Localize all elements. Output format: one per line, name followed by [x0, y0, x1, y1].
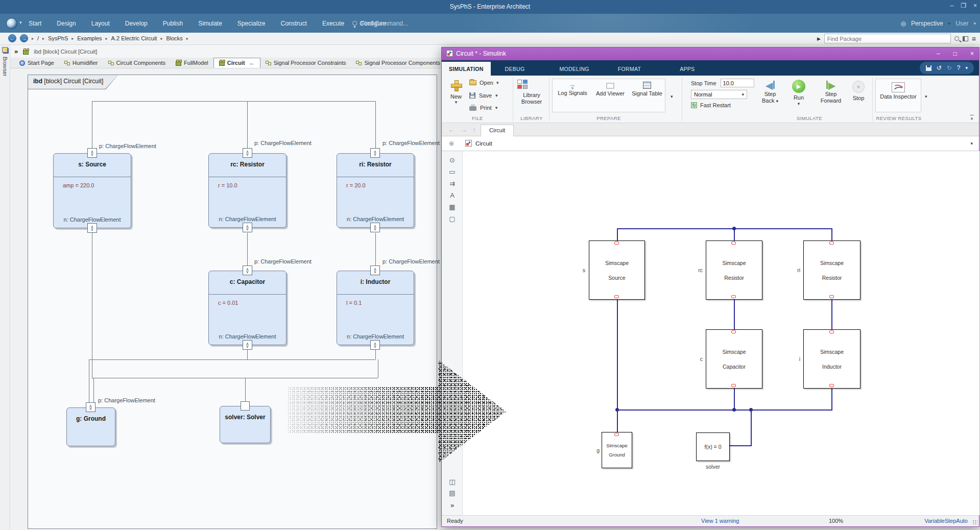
quick-save-icon[interactable] [926, 65, 931, 71]
ribbon-tab-apps[interactable]: APPS [673, 62, 702, 76]
menu-design[interactable]: Design [57, 20, 76, 27]
perspective-menu[interactable]: Perspective [911, 20, 943, 27]
stop-time-input[interactable] [721, 79, 754, 87]
block-rc-resistor[interactable]: Simscape Resistor [706, 240, 762, 300]
breadcrumb-scope-icon[interactable]: ⊕ [449, 140, 454, 147]
toolbar-expand-icon[interactable]: ▶ [817, 36, 821, 41]
ea-restore-button[interactable]: ❐ [961, 2, 966, 9]
part-source[interactable]: s: Source amp = 220.0 n: ChargeFlowEleme… [53, 153, 131, 228]
port-solver[interactable] [241, 401, 250, 411]
menu-construct[interactable]: Construct [281, 20, 307, 27]
run-dropdown-icon[interactable]: ▾ [789, 101, 808, 106]
menu-specialize[interactable]: Specialize [237, 20, 266, 27]
fast-restart-toggle[interactable]: ↻ Fast Restart [691, 102, 731, 108]
capture-icon[interactable]: ◫ [442, 478, 463, 486]
block-inductor[interactable]: Simscape Inductor [803, 329, 861, 389]
status-warning-link[interactable]: View 1 warning [701, 518, 739, 524]
step-forward-button[interactable]: ▶ Step Forward [818, 81, 844, 104]
collapse-ribbon-button[interactable]: ▲ [970, 115, 974, 121]
ibd-diagram-canvas[interactable]: ibd [block] Circuit [Circuit] s: Source … [10, 68, 441, 530]
signal-routing-icon[interactable]: ⇉ [442, 180, 463, 187]
breadcrumb-sysphs[interactable]: SysPhS [48, 35, 68, 41]
simulation-mode-select[interactable]: Normal▾ [691, 90, 747, 99]
ea-logo-dropdown-icon[interactable]: ▾ [19, 20, 22, 25]
block-capacitor[interactable]: Simscape Capacitor [706, 329, 762, 389]
nav-forward-button[interactable]: → [20, 34, 28, 42]
sl-minimize-button[interactable]: – [937, 50, 940, 57]
undo-icon[interactable]: ↺ [937, 64, 942, 71]
open-dropdown-icon[interactable]: ▾ [496, 80, 499, 85]
image-icon[interactable]: ▦ [442, 203, 463, 211]
search-icon[interactable] [954, 36, 959, 41]
port-n-ri[interactable]: ∧∨ [370, 223, 380, 232]
log-signals-button[interactable]: Log Signals [557, 82, 588, 97]
resize-grip[interactable] [972, 520, 977, 525]
port-p-inductor[interactable]: ∧∨ [370, 266, 380, 275]
tab-signal-processor-constraints[interactable]: Signal Processor Constraints [260, 58, 351, 68]
stop-button[interactable]: ■ Stop [849, 81, 868, 102]
port-p-rc[interactable]: ∧∨ [243, 148, 252, 158]
signal-table-button[interactable]: Signal Table [632, 82, 662, 97]
ribbon-tab-debug[interactable]: DEBUG [498, 62, 532, 76]
new-dropdown-icon[interactable]: ▾ [447, 100, 465, 105]
tab-start-page[interactable]: Start Page [14, 58, 59, 68]
sl-close-button[interactable]: × [970, 50, 974, 57]
library-browser-button[interactable]: Library Browser [517, 80, 546, 105]
breadcrumb-electric-circuit[interactable]: A.2 Electric Circuit [111, 35, 157, 41]
tab-humidifier[interactable]: Humidifier [59, 58, 103, 68]
simulink-canvas[interactable]: Simscape Source Simscape Resistor Simsca… [463, 151, 979, 515]
nav-back-button[interactable]: ← [8, 34, 16, 42]
redo-icon[interactable]: ↻ [947, 64, 952, 71]
perspective-dropdown-icon[interactable]: ▾ [948, 21, 951, 26]
model-tab-circuit[interactable]: Circuit [481, 125, 514, 136]
open-button[interactable]: Open▾ [469, 80, 498, 86]
review-dropdown-icon[interactable]: ▾ [925, 94, 927, 99]
breadcrumb-dropdown-icon[interactable]: ▾ [970, 141, 973, 146]
find-package-input[interactable] [824, 34, 951, 43]
part-capacitor[interactable]: c: Capacitor c = 0.01 n: ChargeFlowEleme… [208, 271, 286, 345]
tab-back-arrow-icon[interactable]: ← [249, 60, 255, 66]
add-viewer-button[interactable]: Add Viewer [595, 83, 626, 97]
fit-view-icon[interactable]: ▭ [442, 168, 463, 176]
overflow-chevrons-icon[interactable]: » [14, 47, 18, 55]
model-breadcrumb[interactable]: Circuit [475, 140, 492, 147]
browser-dock-tab[interactable]: Browser [2, 57, 8, 77]
run-button[interactable]: ▶ Run ▾ [789, 80, 808, 106]
menu-simulate[interactable]: Simulate [198, 20, 222, 27]
expand-rail-icon[interactable]: » [442, 501, 463, 509]
menu-start[interactable]: Start [29, 20, 41, 27]
menu-develop[interactable]: Develop [125, 20, 148, 27]
part-inductor[interactable]: i: Inductor l = 0.1 n: ChargeFlowElement [337, 271, 414, 345]
tab-circuit-components[interactable]: Circuit Components [103, 58, 171, 68]
breadcrumb-root[interactable]: / [37, 35, 39, 41]
find-command[interactable]: Find Command... [352, 14, 408, 33]
port-n-capacitor[interactable]: ∧∨ [243, 340, 252, 350]
menu-publish[interactable]: Publish [163, 20, 183, 27]
port-n-inductor[interactable]: ∧∨ [370, 340, 380, 350]
port-p-ri[interactable]: ∧∨ [370, 148, 380, 158]
part-solver[interactable]: solver: Solver [220, 406, 271, 443]
menu-layout[interactable]: Layout [91, 20, 110, 27]
step-back-button[interactable]: ◀ Step Back ▾ [758, 81, 782, 105]
part-ground[interactable]: g: Ground [66, 407, 115, 446]
ribbon-tab-modeling[interactable]: MODELING [552, 62, 596, 76]
new-button[interactable]: New ▾ [447, 80, 465, 105]
breadcrumb-examples[interactable]: Examples [77, 35, 102, 41]
hamburger-menu-icon[interactable]: ≡ [972, 35, 976, 43]
status-solver-name[interactable]: VariableStepAuto [924, 518, 968, 524]
zoom-icon[interactable]: ⊙ [442, 156, 463, 164]
port-p-source[interactable]: ∧∨ [87, 148, 97, 158]
columns-icon[interactable] [963, 36, 968, 41]
save-dropdown-icon[interactable]: ▾ [495, 93, 498, 98]
ribbon-tab-format[interactable]: FORMAT [611, 62, 648, 76]
port-p-ground[interactable]: ∧∨ [86, 402, 95, 412]
user-menu[interactable]: User [955, 20, 968, 27]
block-solver[interactable]: f(x) = 0 [696, 432, 730, 461]
help-dropdown-icon[interactable]: ▾ [965, 65, 968, 70]
part-rc-resistor[interactable]: rc: Resistor r = 10.0 n: ChargeFlowEleme… [208, 153, 286, 228]
ea-close-button[interactable]: × [973, 2, 977, 9]
model-back-icon[interactable]: ← [448, 126, 455, 134]
sl-maximize-button[interactable]: □ [953, 50, 957, 57]
save-button[interactable]: Save▾ [469, 92, 498, 99]
prepare-more-dropdown-icon[interactable]: ▾ [671, 94, 673, 99]
